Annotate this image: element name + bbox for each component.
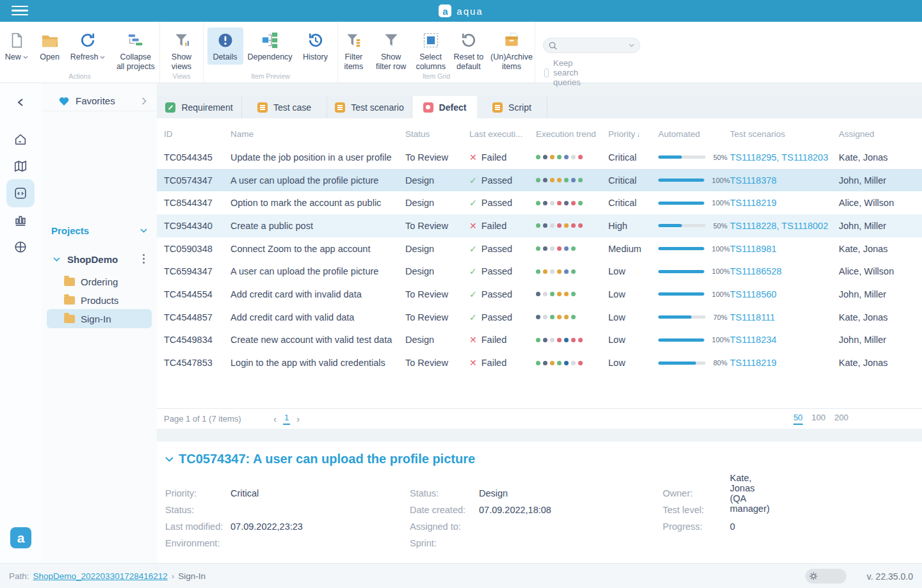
page-number-button[interactable]: 1	[283, 413, 290, 425]
refresh-button[interactable]: Refresh	[67, 28, 109, 65]
column-header-id[interactable]: ID	[164, 129, 230, 139]
settings-toggle[interactable]	[805, 569, 846, 584]
page-size-100[interactable]: 100	[812, 413, 826, 425]
test-scenario-link[interactable]: TS1118378	[730, 175, 839, 186]
test-scenario-link[interactable]: TS1118295, TS1118203	[730, 152, 839, 163]
cell-priority: Low	[608, 289, 658, 299]
keep-search-checkbox[interactable]	[544, 68, 549, 77]
execution-trend-dots	[536, 178, 608, 182]
column-header-test-scenarios[interactable]: Test scenarios	[730, 129, 839, 139]
folder-icon	[64, 296, 75, 305]
page-size-200[interactable]: 200	[834, 413, 848, 425]
column-header-execution-trend[interactable]: Execution trend	[536, 129, 608, 139]
sidebar-item-home[interactable]	[6, 125, 35, 154]
keep-search-queries[interactable]: Keep search queries	[544, 58, 585, 87]
sidebar-item-test-items[interactable]	[6, 179, 35, 207]
ribbon-toolbar: New Open Refresh	[0, 22, 922, 83]
search-dropdown-chevron-icon[interactable]	[629, 44, 635, 47]
path-project-link[interactable]: ShopDemo_202203301728416212	[33, 571, 168, 581]
folder-icon	[64, 278, 75, 286]
table-row[interactable]: TC4544554 Add credit card with invalid d…	[157, 283, 922, 306]
tab-requirement[interactable]: Requirement	[157, 96, 242, 118]
kebab-menu-icon[interactable]	[143, 254, 145, 264]
automation-progress-bar	[658, 179, 704, 182]
cell-automated: 100%	[658, 199, 730, 207]
search-input[interactable]	[561, 41, 629, 50]
next-page-button[interactable]: ›	[296, 413, 300, 424]
cell-status: Design	[405, 335, 469, 345]
new-button[interactable]: New	[0, 28, 33, 65]
favorites-header[interactable]: Favorites	[42, 91, 157, 111]
tab-test-case[interactable]: Test case	[242, 96, 327, 118]
cell-assigned: Kate, Jonas	[839, 358, 922, 368]
folder-node-products[interactable]: Products	[47, 290, 152, 310]
cell-id: TC6594347	[164, 266, 230, 276]
table-row[interactable]: TC0544345 Update the job position in a u…	[157, 146, 922, 169]
column-header-status[interactable]: Status	[405, 129, 469, 139]
details-title[interactable]: TC0574347: A user can upload the profile…	[165, 452, 475, 466]
table-row[interactable]: TC6594347 A user can upload the profile …	[157, 260, 922, 283]
test-scenario-link[interactable]: TS1118981	[730, 244, 839, 254]
execution-trend-dots	[536, 338, 608, 342]
table-row[interactable]: TC4544857 Add credit card with valid dat…	[157, 306, 922, 329]
projects-header[interactable]: Projects	[51, 225, 147, 236]
table-row[interactable]: TC9544340 Create a public post To Review…	[157, 214, 922, 237]
cell-priority: Low	[608, 358, 658, 368]
tab-test-scenario[interactable]: Test scenario	[327, 96, 412, 118]
previous-page-button[interactable]: ‹	[273, 413, 277, 424]
cell-name: Create new account with valid test data	[230, 335, 405, 345]
column-header-assigned[interactable]: Assigned	[839, 129, 922, 139]
column-header-name[interactable]: Name	[230, 129, 405, 139]
cell-assigned: Kate, Jonas	[839, 244, 922, 254]
execution-trend-dots	[536, 201, 608, 205]
table-row[interactable]: TC0590348 Connect Zoom to the app accoun…	[157, 237, 922, 260]
cell-assigned: John, Miller	[839, 335, 922, 345]
column-header-priority[interactable]: Priority↓	[608, 129, 658, 139]
cell-id: TC4544857	[164, 312, 230, 322]
cell-name: Add credit card with valid data	[230, 312, 405, 322]
column-header-automated[interactable]: Automated	[658, 129, 730, 139]
table-row[interactable]: TC0574347 A user can upload the profile …	[157, 169, 922, 192]
select-columns-button[interactable]: Select columns	[413, 28, 449, 74]
automation-progress-bar	[658, 155, 706, 159]
show-views-button[interactable]: Show views	[164, 28, 200, 74]
table-row[interactable]: TC4547853 Login to the app with valid cr…	[157, 351, 922, 374]
show-filter-row-button[interactable]: Show filter row	[372, 28, 410, 74]
test-scenario-link[interactable]: TS1118219	[730, 198, 839, 208]
field-value: 0	[730, 521, 735, 532]
filter-items-button[interactable]: Filter items	[338, 28, 369, 74]
cell-name: Option to mark the account as public	[230, 198, 405, 208]
test-scenario-link[interactable]: TS11186528	[730, 266, 839, 276]
dependency-button[interactable]: Dependency	[246, 28, 295, 65]
details-button[interactable]: Details	[207, 28, 243, 65]
cell-automated: 70%	[658, 314, 730, 321]
collapse-projects-icon	[126, 30, 145, 51]
column-header-last-execution[interactable]: Last executi...	[469, 129, 536, 139]
page-size-50[interactable]: 50	[793, 413, 802, 425]
project-node-shopdemo[interactable]: ShopDemo	[47, 250, 152, 269]
reset-to-default-button[interactable]: Reset to default	[451, 28, 486, 74]
collapse-all-projects-button[interactable]: Collapse all projects	[112, 28, 159, 74]
cell-name: Login to the app with valid credentials	[230, 358, 405, 368]
test-scenario-link[interactable]: TS1118219	[730, 358, 839, 368]
test-scenario-link[interactable]: TS1118234	[730, 335, 839, 345]
table-row[interactable]: TC8544347 Option to mark the account as …	[157, 191, 922, 214]
folder-node-ordering[interactable]: Ordering	[47, 272, 152, 291]
test-scenario-link[interactable]: TS1118560	[730, 289, 839, 299]
tab-script[interactable]: Script	[477, 96, 547, 118]
collapse-panel-button[interactable]	[6, 88, 35, 116]
open-button[interactable]: Open	[36, 28, 64, 65]
test-scenario-link[interactable]: TS1118111	[730, 312, 839, 322]
sidebar-item-grid[interactable]	[6, 233, 35, 261]
cell-assigned: John, Miller	[839, 175, 922, 186]
folder-node-sign-in[interactable]: Sign-In	[47, 309, 152, 328]
aqua-logo[interactable]: a	[10, 527, 31, 548]
unarchive-items-button[interactable]: (Un)Archive items	[489, 28, 535, 74]
tab-defect[interactable]: Defect	[412, 96, 477, 118]
table-row[interactable]: TC4549834 Create new account with valid …	[157, 329, 922, 352]
test-scenario-link[interactable]: TS1118228, TS1118002	[730, 221, 839, 231]
sidebar-item-map[interactable]	[6, 152, 35, 180]
search-box[interactable]	[543, 38, 640, 53]
sidebar-item-statistics[interactable]	[6, 206, 35, 234]
history-button[interactable]: History	[297, 28, 334, 65]
